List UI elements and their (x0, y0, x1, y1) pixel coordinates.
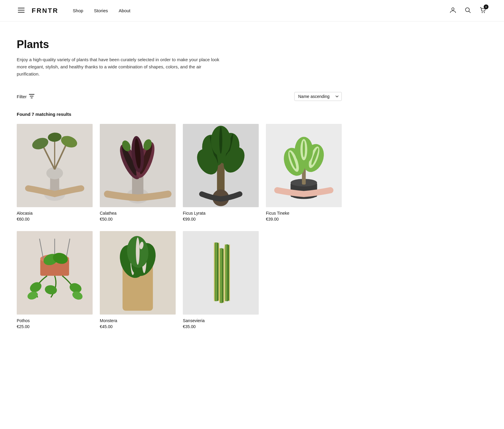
svg-rect-1 (18, 10, 24, 10)
results-count: Found 7 matching results (17, 112, 342, 117)
account-icon (450, 7, 456, 14)
svg-line-5 (469, 11, 471, 13)
page-description: Enjoy a high-quality variety of plants t… (17, 56, 220, 78)
svg-rect-9 (30, 96, 33, 96)
svg-rect-90 (220, 248, 221, 303)
product-image (100, 231, 176, 314)
main-content: Plants Enjoy a high-quality variety of p… (0, 21, 359, 353)
svg-rect-99 (225, 245, 226, 301)
product-image (17, 124, 93, 207)
product-image (183, 231, 259, 314)
svg-rect-87 (215, 242, 216, 301)
filter-icon (29, 94, 34, 99)
svg-rect-96 (218, 242, 219, 301)
svg-point-7 (484, 12, 485, 13)
svg-rect-93 (225, 245, 226, 301)
cart-badge: 0 (484, 4, 488, 9)
svg-rect-95 (214, 242, 215, 301)
product-card[interactable]: Sansevieria €35.00 (183, 231, 259, 329)
svg-point-83 (136, 238, 140, 265)
cart-button[interactable]: 0 (478, 6, 487, 16)
product-card[interactable]: Pothos €25.00 (17, 231, 93, 329)
product-card[interactable]: Alocasia €60.00 (17, 124, 93, 222)
nav-stories[interactable]: Stories (94, 8, 108, 13)
account-button[interactable] (448, 6, 457, 16)
product-name: Calathea (100, 211, 176, 216)
product-card[interactable]: Ficus Tineke €39.00 (266, 124, 342, 222)
svg-rect-100 (229, 245, 230, 301)
svg-point-3 (452, 8, 454, 10)
product-name: Sansevieria (183, 318, 259, 323)
product-card[interactable]: Calathea €50.00 (100, 124, 176, 222)
svg-rect-98 (223, 248, 224, 303)
main-nav: Shop Stories About (73, 8, 448, 13)
filter-button[interactable]: Filter (17, 94, 34, 99)
search-icon (465, 7, 471, 14)
product-name: Monstera (100, 318, 176, 323)
product-price: €35.00 (183, 324, 259, 329)
svg-point-56 (303, 141, 305, 157)
product-image (266, 124, 342, 207)
nav-about[interactable]: About (119, 8, 130, 13)
nav-shop[interactable]: Shop (73, 8, 83, 13)
header-icons: 0 (448, 6, 487, 16)
svg-rect-10 (31, 98, 33, 98)
svg-rect-0 (18, 8, 24, 8)
svg-point-6 (482, 12, 483, 13)
filter-label: Filter (17, 94, 27, 99)
svg-rect-97 (219, 248, 220, 303)
product-image (100, 124, 176, 207)
site-header: FRNTR Shop Stories About (0, 0, 504, 21)
product-price: €60.00 (17, 217, 93, 222)
svg-rect-8 (29, 94, 34, 95)
site-logo[interactable]: FRNTR (32, 7, 59, 15)
svg-rect-2 (18, 12, 24, 13)
product-card[interactable]: Monstera €45.00 (100, 231, 176, 329)
hamburger-icon (18, 8, 24, 13)
product-price: €50.00 (100, 217, 176, 222)
product-price: €45.00 (100, 324, 176, 329)
product-card[interactable]: Ficus Lyrata €99.00 (183, 124, 259, 222)
product-image (183, 124, 259, 207)
product-price: €25.00 (17, 324, 93, 329)
product-name: Ficus Tineke (266, 211, 342, 216)
filter-bar: Filter Name ascending Name descending Pr… (17, 92, 342, 106)
product-name: Pothos (17, 318, 93, 323)
product-name: Alocasia (17, 211, 93, 216)
menu-button[interactable] (17, 7, 26, 15)
product-price: €39.00 (266, 217, 342, 222)
sort-select[interactable]: Name ascending Name descending Price asc… (294, 92, 342, 101)
search-button[interactable] (463, 6, 472, 16)
page-title: Plants (17, 38, 342, 51)
product-image (17, 231, 93, 314)
product-name: Ficus Lyrata (183, 211, 259, 216)
svg-point-39 (219, 127, 222, 154)
product-grid: Alocasia €60.00 Ca (17, 124, 342, 329)
product-price: €99.00 (183, 217, 259, 222)
